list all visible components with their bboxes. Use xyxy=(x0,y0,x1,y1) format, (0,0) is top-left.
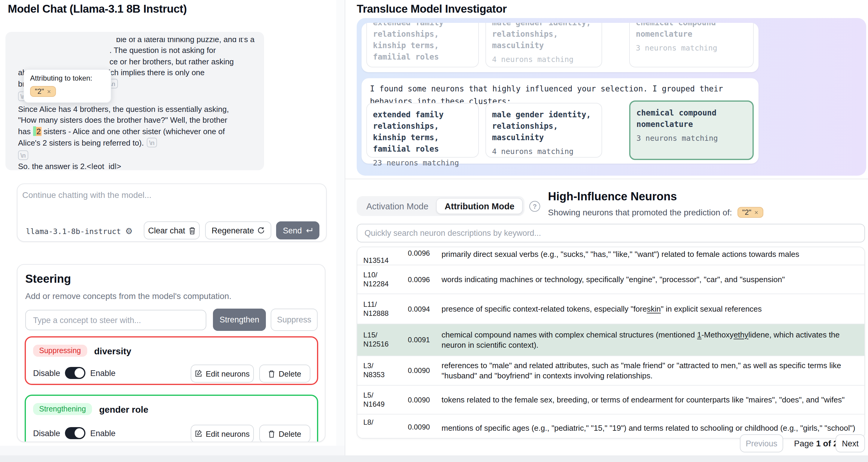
neuron-description: primarily direct sexual verbs (e.g., "su… xyxy=(441,249,856,259)
influence-value: 0.0096 xyxy=(408,249,441,257)
neuron-id-line: N12284 xyxy=(363,279,408,288)
edit-neurons-label: Edit neurons xyxy=(206,429,250,438)
table-row[interactable]: L5/N1649 0.0090 tokens related to the fe… xyxy=(357,386,864,414)
enable-toggle[interactable] xyxy=(65,427,85,439)
neuron-id-line: N12888 xyxy=(363,309,408,318)
neuron-description: mentions of specific ages (e.g., "pediat… xyxy=(441,423,856,433)
token-chip-label: "2" xyxy=(35,87,44,96)
app-root: Model Chat (Llama-3.1 8B Instruct) ble o… xyxy=(0,0,868,462)
cluster-card[interactable]: chemical compound nomenclature3 neurons … xyxy=(629,23,754,67)
token-chip[interactable]: "2"× xyxy=(738,207,763,218)
influence-value: 0.0091 xyxy=(408,336,441,344)
table-row[interactable]: L10/N12284 0.0096 words indicating machi… xyxy=(357,265,864,294)
toggle-knob xyxy=(74,428,84,438)
table-row[interactable]: L3/N8353 0.0090 references to "male" and… xyxy=(357,356,864,386)
cluster-count: 23 neurons matching xyxy=(373,66,472,67)
previous-button[interactable]: Previous xyxy=(740,434,783,452)
cluster-card-male-identity[interactable]: male gender identity, relationships, mas… xyxy=(486,103,602,158)
cluster-title: male gender identity, relationships, mas… xyxy=(492,23,595,51)
cluster-count: 23 neurons matching xyxy=(373,158,472,167)
delete-button[interactable]: Delete xyxy=(259,365,310,382)
suppressing-badge: Suppressing xyxy=(33,345,87,357)
panel-gutter xyxy=(336,0,345,462)
regenerate-label: Regenerate xyxy=(211,226,254,235)
desc-text: presence of specific context-related tok… xyxy=(441,304,647,313)
model-name-label: llama-3.1-8b-instruct xyxy=(26,226,121,236)
panel-divider xyxy=(345,0,345,462)
cluster-count: 4 neurons matching xyxy=(492,55,595,64)
chat-line: Since Alice has 4 brothers, the question… xyxy=(18,104,229,115)
table-row-selected[interactable]: L15/N12516 0.0091 chemical compound name… xyxy=(357,324,864,356)
previous-message-card: extended family relationships, kinship t… xyxy=(362,23,758,72)
neuron-search-input[interactable] xyxy=(357,224,865,242)
desc-text: " in explicit sexual references xyxy=(661,304,762,313)
tab-attribution-mode[interactable]: Attribution Mode xyxy=(436,198,523,214)
influence-value: 0.0096 xyxy=(408,275,441,284)
high-influence-neurons-title: High-Influence Neurons xyxy=(548,190,677,203)
cluster-card[interactable]: male gender identity, relationships, mas… xyxy=(486,23,602,67)
tab-activation-mode[interactable]: Activation Mode xyxy=(359,198,436,214)
chat-line: So, the answer is 2.<|eot_id|> xyxy=(18,161,121,169)
clear-chat-button[interactable]: Clear chat xyxy=(144,221,200,239)
neuron-id-line: L8/ xyxy=(363,418,408,427)
disable-label: Disable xyxy=(33,429,60,438)
chat-message: ble of a lateral thinking puzzle, and it… xyxy=(12,38,257,169)
neuron-id-line: L5/ xyxy=(363,391,408,400)
neuron-id: L10/N12284 xyxy=(363,270,408,288)
neuron-id-line: L11/ xyxy=(363,300,408,309)
concept-input[interactable] xyxy=(25,310,206,330)
chat-line-text: has xyxy=(18,127,31,136)
regenerate-button[interactable]: Regenerate xyxy=(205,221,271,239)
concept-name: diversity xyxy=(94,346,131,356)
disable-label: Disable xyxy=(33,368,60,377)
cluster-card-family[interactable]: extended family relationships, kinship t… xyxy=(366,103,479,158)
edit-neurons-button[interactable]: Edit neurons xyxy=(191,365,254,382)
neuron-description: words indicating machines or technology,… xyxy=(441,274,856,285)
table-row[interactable]: N13514 0.0096 primarily direct sexual ve… xyxy=(357,247,864,265)
close-icon[interactable]: × xyxy=(754,209,758,216)
model-chat-title: Model Chat (Llama-3.1 8B Instruct) xyxy=(8,2,187,16)
concept-header: Strengthening gender role xyxy=(33,403,148,415)
chat-input[interactable] xyxy=(22,190,319,200)
help-icon[interactable]: ? xyxy=(529,201,540,212)
neuron-id: L3/N8353 xyxy=(363,362,408,379)
enable-toggle[interactable] xyxy=(65,367,85,379)
chat-line: has 2 sisters - Alice and one other sist… xyxy=(18,126,225,137)
steering-section: Steering Add or remove concepts from the… xyxy=(17,264,326,442)
table-row[interactable]: L11/N12888 0.0094 presence of specific c… xyxy=(357,294,864,324)
token-chip-label: "2" xyxy=(742,208,751,217)
neuron-id-line: L15/ xyxy=(363,331,408,340)
token-chip[interactable]: "2"× xyxy=(30,86,56,97)
enter-icon xyxy=(306,227,313,234)
trash-icon xyxy=(268,430,275,438)
next-button[interactable]: Next xyxy=(836,434,865,452)
toggle-knob xyxy=(74,368,84,378)
high-influence-neurons-subtitle: Showing neurons that promoted the predic… xyxy=(548,207,763,218)
strengthen-button[interactable]: Strengthen xyxy=(213,309,266,331)
influence-value: 0.0090 xyxy=(408,366,441,375)
suppress-button[interactable]: Suppress xyxy=(271,309,318,331)
influence-value: 0.0090 xyxy=(408,396,441,404)
enable-label: Enable xyxy=(90,429,116,438)
attribution-highlight-token[interactable]: 2 xyxy=(36,127,41,136)
send-button[interactable]: Send xyxy=(276,221,319,239)
table-row[interactable]: L8/ 0.0090 mentions of specific ages (e.… xyxy=(357,414,864,438)
model-selector[interactable]: llama-3.1-8b-instruct ⚙ xyxy=(26,226,133,236)
influence-value: 0.0094 xyxy=(408,305,441,313)
concept-header: Suppressing diversity xyxy=(33,345,131,357)
gear-icon[interactable]: ⚙ xyxy=(125,226,133,236)
edit-neurons-label: Edit neurons xyxy=(206,369,250,378)
page-value: 1 of 2 xyxy=(816,438,838,448)
mode-tabs: Activation Mode Attribution Mode xyxy=(357,196,525,216)
neuron-id-line: N1649 xyxy=(363,400,408,409)
cluster-card-chemical-selected[interactable]: chemical compound nomenclature3 neurons … xyxy=(629,100,754,160)
desc-underline: 1 xyxy=(697,330,702,339)
edit-neurons-button[interactable]: Edit neurons xyxy=(191,425,254,442)
cluster-card[interactable]: extended family relationships, kinship t… xyxy=(366,23,479,67)
chat-composer: llama-3.1-8b-instruct ⚙ Clear chat Regen… xyxy=(17,183,327,242)
delete-button[interactable]: Delete xyxy=(259,425,310,442)
page-word: Page xyxy=(794,438,813,448)
concept-card-gender-role: Strengthening gender role Disable Enable… xyxy=(25,395,318,442)
close-icon[interactable]: × xyxy=(47,88,51,95)
chat-line-text: sisters - Alice and one other sister (wh… xyxy=(41,127,225,136)
